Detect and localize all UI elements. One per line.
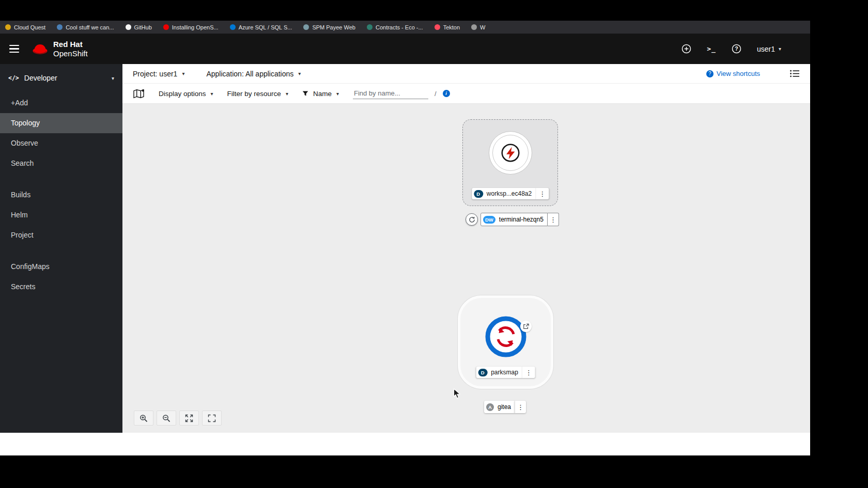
sidebar-item-observe[interactable]: Observe	[0, 133, 122, 153]
developer-perspective-icon: </>	[8, 74, 19, 82]
brand-line1: Red Hat	[53, 40, 88, 49]
import-plus-icon[interactable]	[681, 44, 691, 54]
bookmark-cloud-quest[interactable]: Cloud Quest	[5, 24, 45, 30]
bookmark-github[interactable]: GitHub	[126, 24, 152, 30]
browser-viewport: Cloud Quest Cool stuff we can... GitHub …	[0, 21, 810, 455]
terminal-node-label[interactable]: DW terminal-hezqn5	[481, 213, 548, 226]
sidebar-item-helm[interactable]: Helm	[0, 205, 122, 225]
project-dropdown[interactable]: Project: user1 ▾	[133, 70, 184, 78]
node-terminal[interactable]: DW terminal-hezqn5 ⋮	[466, 213, 559, 226]
sidebar-group-build: Builds Helm Project	[0, 182, 122, 249]
bookmark-w[interactable]: W	[471, 24, 485, 30]
question-circle-icon: ?	[706, 70, 714, 77]
bookmark-label: Azure SQL / SQL S...	[239, 24, 292, 30]
workspace-name: worksp...ec48a2	[483, 190, 535, 197]
bookmark-favicon-icon	[57, 24, 63, 30]
redhat-fedora-icon	[32, 42, 49, 56]
open-url-decorator[interactable]	[520, 321, 532, 332]
bookmark-favicon-icon	[435, 24, 440, 30]
chevron-down-icon: ▾	[336, 91, 339, 97]
info-icon[interactable]: i	[443, 90, 450, 97]
filter-funnel-icon	[302, 90, 308, 97]
globe-icon	[471, 24, 477, 30]
svg-text:?: ?	[735, 45, 738, 52]
perspective-switcher[interactable]: </> Developer ▾	[0, 64, 122, 90]
sidebar-item-project[interactable]: Project	[0, 225, 122, 245]
bookmark-label: Installing OpenS...	[172, 24, 219, 30]
workspace-node-label[interactable]: D worksp...ec48a2 ⋮	[472, 188, 549, 199]
topology-toolbar: Display options ▾ Filter by resource ▾ N…	[122, 84, 810, 104]
user-menu[interactable]: user1 ▾	[757, 45, 781, 53]
kebab-menu-icon[interactable]: ⋮	[522, 367, 535, 378]
kebab-menu-icon[interactable]: ⋮	[548, 213, 559, 226]
name-filter-dropdown[interactable]: Name ▾	[302, 90, 339, 98]
zoom-out-button[interactable]	[157, 411, 176, 426]
node-parksmap[interactable]: D parksmap ⋮	[458, 295, 553, 389]
application-dropdown[interactable]: Application: All applications ▾	[206, 70, 301, 78]
chevron-down-icon: ▾	[182, 71, 184, 76]
chevron-down-icon: ▾	[211, 91, 213, 97]
devworkspace-badge: DW	[483, 216, 495, 224]
bookmark-favicon-icon	[230, 24, 236, 30]
chevron-down-icon: ▾	[112, 75, 114, 81]
topology-controls	[134, 411, 222, 426]
filter-by-resource-dropdown[interactable]: Filter by resource ▾	[227, 90, 288, 98]
mouse-cursor	[453, 388, 461, 401]
bookmark-favicon-icon	[367, 24, 373, 30]
sidebar-item-add[interactable]: +Add	[0, 93, 122, 113]
terminal-decorator-icon[interactable]	[466, 213, 478, 226]
bookmark-spm-payee[interactable]: SPM Payee Web	[303, 24, 355, 30]
bookmarks-bar: Cloud Quest Cool stuff we can... GitHub …	[0, 21, 810, 34]
sidebar-item-secrets[interactable]: Secrets	[0, 277, 122, 297]
sidebar-item-search[interactable]: Search	[0, 153, 122, 174]
parksmap-node-label[interactable]: D parksmap ⋮	[476, 367, 535, 378]
gitea-node-label[interactable]: A gitea	[484, 401, 515, 413]
kebab-menu-icon[interactable]: ⋮	[515, 401, 526, 413]
chevron-down-icon: ▾	[298, 71, 301, 76]
terminal-name: terminal-hezqn5	[495, 216, 547, 223]
chevron-down-icon: ▾	[779, 46, 781, 52]
topology-canvas[interactable]: D worksp...ec48a2 ⋮ DW terminal-hezqn5	[122, 104, 810, 433]
bookmark-label: Tekton	[443, 24, 460, 30]
node-workspace[interactable]: D worksp...ec48a2 ⋮	[462, 119, 558, 206]
bookmark-tekton[interactable]: Tekton	[435, 24, 460, 30]
view-shortcuts-link[interactable]: ? View shortcuts	[706, 70, 760, 77]
workspace-node-circle	[489, 131, 532, 175]
context-bar: Project: user1 ▾ Application: All applic…	[122, 64, 810, 84]
zoom-in-button[interactable]	[134, 411, 153, 426]
bookmark-label: Cool stuff we can...	[66, 24, 114, 30]
brand-line2: OpenShift	[53, 49, 88, 58]
bookmark-favicon-icon	[303, 24, 309, 30]
reset-view-button[interactable]	[202, 411, 222, 426]
sidebar-item-topology[interactable]: Topology	[0, 113, 122, 133]
node-gitea[interactable]: A gitea ⋮	[484, 401, 526, 413]
sidebar-item-builds[interactable]: Builds	[0, 185, 122, 205]
bookmark-installing-openshift[interactable]: Installing OpenS...	[163, 24, 219, 30]
bookmark-favicon-icon	[126, 24, 131, 30]
kebab-menu-icon[interactable]: ⋮	[535, 188, 549, 199]
menu-icon[interactable]	[9, 45, 19, 53]
fit-to-screen-button[interactable]	[179, 411, 199, 426]
screen-background: { "colors": { "accent_blue": "#0066cc", …	[0, 0, 868, 488]
list-view-toggle-icon[interactable]	[790, 70, 800, 77]
find-by-name-input[interactable]	[353, 88, 428, 99]
export-application-icon[interactable]	[133, 89, 145, 99]
view-shortcuts-label: View shortcuts	[717, 70, 760, 77]
help-icon[interactable]: ?	[732, 44, 741, 54]
display-options-dropdown[interactable]: Display options ▾	[159, 90, 213, 98]
main-content: Project: user1 ▾ Application: All applic…	[122, 64, 810, 433]
chevron-down-icon: ▾	[286, 91, 288, 97]
brand-logo: Red Hat OpenShift	[32, 40, 88, 58]
web-terminal-icon[interactable]: >_	[707, 45, 716, 53]
sidebar-group-primary: +Add Topology Observe Search	[0, 90, 122, 178]
bookmark-cool-stuff[interactable]: Cool stuff we can...	[57, 24, 114, 30]
bookmark-contracts[interactable]: Contracts - Eco -...	[367, 24, 423, 30]
application-badge: A	[486, 403, 494, 411]
sidebar-item-configmaps[interactable]: ConfigMaps	[0, 257, 122, 277]
filter-by-resource-label: Filter by resource	[227, 90, 281, 98]
project-dropdown-label: Project: user1	[133, 70, 177, 78]
bookmark-label: SPM Payee Web	[312, 24, 355, 30]
bookmark-label: GitHub	[134, 24, 152, 30]
perspective-label: Developer	[24, 74, 57, 82]
bookmark-azure-sql[interactable]: Azure SQL / SQL S...	[230, 24, 292, 30]
